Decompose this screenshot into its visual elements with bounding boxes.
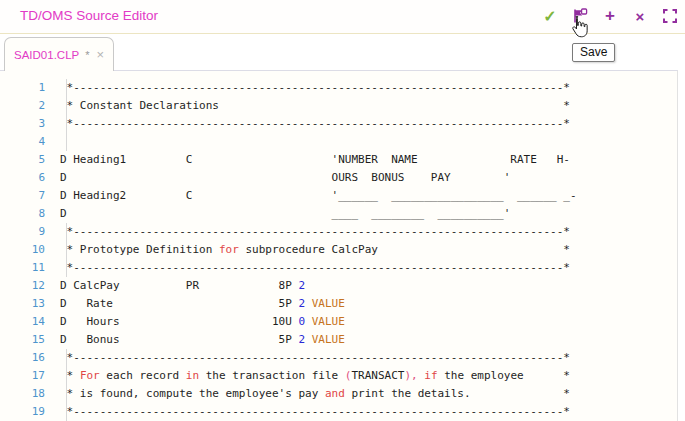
code-line[interactable]: 4 [0,133,677,151]
code-line[interactable]: 7D Heading2 C '______ _________________ … [0,187,677,205]
line-number[interactable]: 6 [0,169,45,187]
line-number[interactable]: 16 [0,349,45,367]
line-number[interactable]: 12 [0,277,45,295]
line-number[interactable]: 3 [0,115,45,133]
code-text: D Rate 5P 2 VALUE [60,295,345,313]
plus-icon: + [605,6,615,26]
close-editor-button[interactable]: × [631,6,649,26]
code-line[interactable]: 9 *-------------------------------------… [0,223,677,241]
code-text: *---------------------------------------… [60,403,570,421]
line-number[interactable]: 10 [0,241,45,259]
code-text: * For each record in the transaction fil… [60,367,570,385]
line-number[interactable]: 15 [0,331,45,349]
tab-close-icon[interactable]: × [96,47,104,62]
code-text: * Constant Declarations * [60,97,570,115]
code-line[interactable]: 3 *-------------------------------------… [0,115,677,133]
line-number[interactable]: 19 [0,403,45,421]
maximize-button[interactable] [661,6,679,26]
code-text: *---------------------------------------… [60,223,570,241]
line-number[interactable]: 17 [0,367,45,385]
code-line[interactable]: 17 * For each record in the transaction … [0,367,677,385]
line-number[interactable]: 13 [0,295,45,313]
tab-label: SAID01.CLP [14,49,79,61]
close-icon: × [636,8,645,25]
code-line[interactable]: 15D Bonus 5P 2 VALUE [0,331,677,349]
compile-flag-button[interactable] [571,6,589,26]
line-number[interactable]: 1 [0,79,45,97]
line-number[interactable]: 5 [0,151,45,169]
code-line[interactable]: 10 * Prototype Definition for subprocedu… [0,241,677,259]
code-text: D OURS BONUS PAY ' [60,169,510,187]
code-line[interactable]: 11 *------------------------------------… [0,259,677,277]
toolbar: ✓ + × [541,6,679,26]
line-number[interactable]: 11 [0,259,45,277]
page-title: TD/OMS Source Editor [20,8,158,23]
save-tooltip: Save [572,43,615,62]
code-line[interactable]: 1 *-------------------------------------… [0,79,677,97]
line-number[interactable]: 4 [0,133,45,151]
code-text: * is found, compute the employee's pay a… [60,385,570,403]
checkmark-icon: ✓ [543,7,556,26]
fullscreen-icon [663,9,677,23]
code-text: D Heading2 C '______ _________________ _… [60,187,577,205]
modified-indicator: * [85,49,89,61]
code-text: *---------------------------------------… [60,115,570,133]
code-line[interactable]: 18 * is found, compute the employee's pa… [0,385,677,403]
code-line[interactable]: 16 *------------------------------------… [0,349,677,367]
save-button[interactable]: ✓ [541,6,559,26]
code-text: D Heading1 C 'NUMBER NAME RATE H- [60,151,570,169]
code-line[interactable]: 5D Heading1 C 'NUMBER NAME RATE H- [0,151,677,169]
window-header: TD/OMS Source Editor ✓ + × [0,0,685,34]
code-line[interactable]: 6D OURS BONUS PAY ' [0,169,677,187]
code-text: D ____ ________ __________' [60,205,510,223]
code-text: D Bonus 5P 2 VALUE [60,331,345,349]
code-lines: 1 *-------------------------------------… [0,79,677,421]
flag-icon [572,8,588,24]
code-line[interactable]: 14D Hours 10U 0 VALUE [0,313,677,331]
source-editor[interactable]: 1 *-------------------------------------… [0,70,678,421]
tab-said01-clp[interactable]: SAID01.CLP * × [4,37,114,71]
code-line[interactable]: 8D ____ ________ __________' [0,205,677,223]
line-number[interactable]: 14 [0,313,45,331]
add-button[interactable]: + [601,6,619,26]
line-number[interactable]: 2 [0,97,45,115]
code-line[interactable]: 12D CalcPay PR 8P 2 [0,277,677,295]
line-number[interactable]: 18 [0,385,45,403]
code-line[interactable]: 13D Rate 5P 2 VALUE [0,295,677,313]
code-text: D Hours 10U 0 VALUE [60,313,345,331]
code-text: *---------------------------------------… [60,259,570,277]
code-text: D CalcPay PR 8P 2 [60,277,305,295]
line-number[interactable]: 8 [0,205,45,223]
line-number[interactable]: 7 [0,187,45,205]
code-text: * Prototype Definition for subprocedure … [60,241,570,259]
code-line[interactable]: 19 *------------------------------------… [0,403,677,421]
code-line[interactable]: 2 * Constant Declarations * [0,97,677,115]
line-number[interactable]: 9 [0,223,45,241]
code-text: *---------------------------------------… [60,79,570,97]
code-text: *---------------------------------------… [60,349,570,367]
